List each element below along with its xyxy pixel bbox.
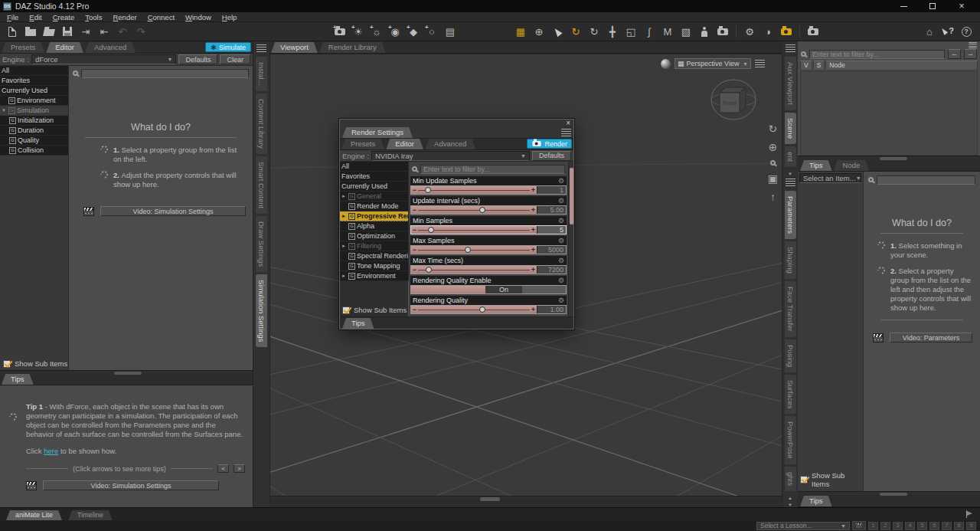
property-slider[interactable]: −+7200 xyxy=(410,265,567,274)
column-visible[interactable]: V xyxy=(800,61,812,70)
export-button[interactable]: ⇤ xyxy=(96,24,113,40)
tab-animate-lite[interactable]: aniMate Lite xyxy=(6,510,62,520)
tab-editor[interactable]: Editor xyxy=(386,139,423,149)
dock-tab-ghts[interactable]: ghts xyxy=(785,467,796,491)
prev-tip-button[interactable]: < xyxy=(217,464,229,473)
pane-menu-icon[interactable] xyxy=(561,129,571,136)
animate-tool-button[interactable]: M xyxy=(659,24,676,40)
new-spotlight-button[interactable]: +◉ xyxy=(387,24,403,40)
dock-menu-icon[interactable] xyxy=(256,44,266,52)
minimize-button[interactable] xyxy=(894,1,913,11)
scene-node-list[interactable] xyxy=(800,71,978,156)
slider-track[interactable] xyxy=(418,246,530,254)
figure-setup-button[interactable] xyxy=(696,24,713,40)
list-item-currently-used[interactable]: Currently Used xyxy=(0,86,68,96)
merge-file-button[interactable] xyxy=(41,24,57,40)
scroll-down-icon[interactable]: ▼ xyxy=(788,503,792,507)
dock-tab-powerpose[interactable]: PowerPose xyxy=(785,416,796,464)
list-item-tone-mapping[interactable]: GTone Mapping xyxy=(340,261,408,271)
tab-tips[interactable]: Tips xyxy=(800,496,832,506)
render-button[interactable] xyxy=(805,24,822,40)
property-slider[interactable]: −+1 xyxy=(410,185,567,195)
tab-advanced[interactable]: Advanced xyxy=(85,42,136,53)
active-pose-tool-button[interactable]: ∫ xyxy=(641,24,658,40)
new-camera-button[interactable]: + xyxy=(332,24,348,40)
menu-tools[interactable]: Tools xyxy=(80,13,107,21)
video-simulation-settings-button[interactable]: Video: Simulation Settings xyxy=(100,206,246,216)
list-item-collision[interactable]: GCollision xyxy=(0,146,68,156)
viewport-scrollbar[interactable] xyxy=(270,496,782,501)
pan-icon[interactable]: ⊕ xyxy=(769,142,778,152)
tab-editor[interactable]: Editor xyxy=(46,42,83,53)
menu-create[interactable]: Create xyxy=(47,13,80,21)
gear-icon[interactable]: ⚙ xyxy=(558,196,564,205)
drawstyle-sphere-icon[interactable] xyxy=(661,59,671,69)
dock-tab-posing[interactable]: Posing xyxy=(785,339,796,372)
home-button[interactable]: ⌂ xyxy=(921,24,938,40)
slider-value[interactable]: 5000 xyxy=(537,246,566,254)
slider-thumb[interactable] xyxy=(426,267,432,273)
view-cube[interactable]: Front xyxy=(710,74,757,123)
slider-thumb[interactable] xyxy=(465,247,471,253)
tab-presets[interactable]: Presets xyxy=(2,42,44,53)
show-sub-items-checkbox[interactable] xyxy=(3,360,11,368)
video-simulation-settings-button-2[interactable]: Video: Simulation Settings xyxy=(43,480,219,490)
slider-value[interactable]: 1.00 xyxy=(537,306,566,313)
slider-decrement[interactable]: − xyxy=(411,266,418,274)
show-sub-items-checkbox[interactable] xyxy=(342,306,350,314)
viewport-pan-button[interactable]: ⊕ xyxy=(531,24,547,40)
gear-icon[interactable]: ⚙ xyxy=(558,256,564,265)
engine-dropdown[interactable]: NVIDIA Iray ▼ xyxy=(371,151,530,161)
horizontal-scrollbar[interactable] xyxy=(0,370,253,375)
list-item-alpha[interactable]: GAlpha xyxy=(340,221,408,231)
dock-tab-face-transfer[interactable]: Face Transfer xyxy=(785,281,796,337)
filter-prev-button[interactable]: ← xyxy=(948,49,961,59)
tab-render-library[interactable]: Render Library xyxy=(319,42,386,53)
lesson-dropdown[interactable]: Select a Lesson... ▼ xyxy=(756,522,850,530)
dock-tab-simulation-settings[interactable]: Simulation Settings xyxy=(256,274,267,347)
scale-tool-button[interactable]: ◱ xyxy=(622,24,639,40)
dock-tab-smart-content[interactable]: Smart Content xyxy=(256,156,267,214)
list-item-currently-used[interactable]: Currently Used xyxy=(340,182,408,192)
dock-tab-shaping[interactable]: Shaping xyxy=(785,241,796,279)
node-settings-button[interactable]: ◑ xyxy=(760,24,776,40)
gear-icon[interactable]: ⚙ xyxy=(558,296,564,305)
lesson-2-button[interactable]: 2 xyxy=(880,522,890,530)
what-is-this-button[interactable] xyxy=(939,24,956,40)
tool-settings-button[interactable]: ⚙ xyxy=(741,24,758,40)
import-button[interactable]: ⇥ xyxy=(77,24,94,40)
horizontal-scrollbar[interactable] xyxy=(798,491,980,496)
scroll-down-icon[interactable]: ▼ xyxy=(788,172,792,176)
scene-filter-input[interactable] xyxy=(809,50,945,59)
menu-render[interactable]: Render xyxy=(107,13,142,21)
slider-value[interactable]: 5 xyxy=(537,226,566,234)
horizontal-scrollbar[interactable] xyxy=(798,156,980,160)
list-item-all[interactable]: All xyxy=(340,162,408,172)
new-null-button[interactable]: +○ xyxy=(423,24,440,40)
new-distant-light-button[interactable]: +☀ xyxy=(350,24,367,40)
lesson-5-button[interactable]: 5 xyxy=(917,522,927,530)
slider-increment[interactable]: + xyxy=(530,206,537,214)
tab-viewport[interactable]: Viewport xyxy=(271,42,318,53)
lesson-7-button[interactable]: 7 xyxy=(942,522,952,530)
align-button[interactable]: ▤ xyxy=(442,24,459,40)
scene-navigator-button[interactable]: ▦ xyxy=(512,24,529,40)
menu-window[interactable]: Window xyxy=(180,13,217,21)
gear-icon[interactable]: ⚙ xyxy=(558,276,564,285)
render-settings-button[interactable] xyxy=(778,24,795,40)
list-item-simulation[interactable]: ▼GSimulation xyxy=(0,106,68,116)
slider-thumb[interactable] xyxy=(479,306,485,313)
slider-decrement[interactable]: − xyxy=(411,186,418,194)
column-selected[interactable]: S xyxy=(813,61,825,70)
expand-arrow-icon[interactable]: ► xyxy=(341,244,347,248)
zoom-icon[interactable] xyxy=(770,160,776,166)
lesson-3-button[interactable]: 3 xyxy=(893,522,903,530)
list-item-environment[interactable]: ►GEnvironment xyxy=(340,271,408,281)
tab-presets[interactable]: Presets xyxy=(341,139,384,149)
rotate-tool-button[interactable]: ↻ xyxy=(586,24,603,40)
list-item-filtering[interactable]: ►GFiltering xyxy=(340,241,408,251)
next-tip-button[interactable]: > xyxy=(234,464,245,473)
dock-tab-scene[interactable]: Scene xyxy=(785,113,796,144)
dock-tab-ent[interactable]: ent xyxy=(785,146,796,167)
slider-value[interactable]: 7200 xyxy=(537,266,566,274)
